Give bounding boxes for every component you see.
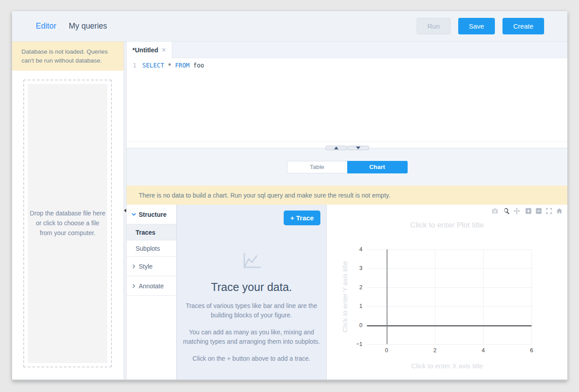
sql-editor[interactable]: 1 SELECT * FROM foo [127, 58, 567, 142]
sidebar-item-structure[interactable]: Structure [127, 205, 176, 224]
y-tick-label: 1 [359, 303, 362, 309]
sidebar-item-annotate[interactable]: Annotate [127, 276, 176, 296]
sidebar-item-label: Style [139, 263, 153, 270]
y-tick-label: 0 [359, 322, 362, 329]
zoom-icon[interactable] [503, 207, 510, 215]
y-axis-title[interactable]: Click to enter Y axis title [341, 249, 349, 344]
plotly-modebar [487, 207, 563, 215]
x-tick-label: 6 [530, 347, 533, 354]
arrow-up-icon [334, 147, 338, 149]
zoom-in-icon[interactable] [525, 207, 532, 215]
app-window: Editor My queries Run Save Create Databa… [12, 11, 567, 380]
gridline-h [367, 306, 532, 307]
main-area: *Untitled × 1 SELECT * FROM foo Table [127, 42, 567, 379]
y-tick-label: 2 [359, 284, 362, 291]
save-button[interactable]: Save [458, 18, 495, 34]
code-line: 1 SELECT * FROM foo [127, 61, 567, 70]
database-dropzone[interactable]: Drop the database file here or click to … [23, 80, 112, 367]
chevron-right-icon [132, 284, 136, 288]
database-sidebar: Database is not loaded. Queries can't be… [12, 42, 123, 379]
sidebar-item-style[interactable]: Style [127, 257, 176, 276]
sql-code: SELECT * FROM foo [136, 61, 204, 70]
sql-operator: * [164, 62, 175, 69]
sidebar-item-label: Annotate [139, 282, 164, 290]
chart-editor-sidebar: Structure Traces Subplots Style [127, 205, 177, 379]
y-tick-label: 4 [359, 246, 362, 253]
gridline-h [367, 249, 532, 250]
x-tick-label: 0 [385, 347, 388, 354]
gridline-v [483, 249, 484, 344]
gridline-h [367, 344, 532, 345]
plot-panel: Click to enter Plot title Click to enter… [327, 205, 567, 379]
plot-area[interactable]: −1012340246 [367, 249, 532, 344]
sidebar-item-label: Subplots [136, 245, 160, 252]
chart-view-button[interactable]: Chart [347, 161, 408, 173]
no-data-warning: There is no data to build a chart. Run y… [127, 185, 567, 205]
gridline-v [435, 249, 435, 344]
empty-state-paragraph: Click on the + button above to add a tra… [179, 354, 324, 363]
splitter-buttons [325, 146, 369, 150]
chevron-down-icon [132, 212, 136, 217]
topbar-buttons: Run Save Create [417, 18, 544, 34]
sidebar-item-label: Structure [139, 211, 166, 218]
view-toggle: Table Chart [287, 161, 408, 173]
gridline-v [532, 249, 532, 344]
sql-keyword: SELECT [142, 62, 164, 69]
pan-icon[interactable] [513, 207, 520, 215]
sql-identifier: foo [190, 62, 204, 69]
tab-close-icon[interactable]: × [162, 46, 166, 54]
sidebar-splitter[interactable] [123, 42, 127, 379]
zeroline-x [387, 249, 387, 344]
gridline-h [367, 287, 532, 288]
expand-editor-button[interactable] [325, 146, 347, 150]
empty-state-paragraph: You can add as many as you like, mixing … [179, 328, 324, 346]
empty-state-paragraph: Traces of various types like bar and lin… [179, 301, 324, 320]
gridline-h [367, 268, 532, 269]
empty-state-title: Trace your data. [177, 281, 326, 294]
y-tick-label: −1 [356, 341, 362, 347]
chevron-right-icon [132, 264, 136, 269]
traces-empty-state: Trace your data. Traces of various types… [177, 252, 326, 363]
table-view-button[interactable]: Table [287, 161, 347, 173]
x-tick-label: 2 [434, 347, 437, 354]
tab-label: *Untitled [132, 46, 158, 54]
line-number: 1 [127, 61, 136, 70]
dropzone-text: Drop the database file here or click to … [29, 209, 106, 238]
editor-results-splitter[interactable] [127, 142, 567, 148]
nav-my-queries[interactable]: My queries [69, 21, 107, 31]
traces-panel: + Trace Trace your data. Traces of vario… [177, 205, 327, 379]
zoom-out-icon[interactable] [535, 207, 542, 215]
collapse-sidebar-icon[interactable] [124, 209, 126, 212]
sidebar-item-subplots[interactable]: Subplots [127, 240, 176, 257]
results-view-band: Table Chart [127, 148, 567, 185]
arrow-down-icon [356, 147, 360, 149]
sidebar-item-traces[interactable]: Traces [127, 224, 176, 240]
sidebar-item-label: Traces [136, 229, 155, 236]
y-tick-label: 3 [359, 265, 362, 271]
line-chart-icon [241, 252, 262, 270]
dropzone-inner[interactable]: Drop the database file here or click to … [28, 84, 107, 363]
nav-editor[interactable]: Editor [36, 21, 56, 31]
x-tick-label: 4 [482, 347, 485, 354]
x-axis-title[interactable]: Click to enter X axis title [327, 362, 567, 370]
home-icon[interactable] [556, 207, 563, 215]
top-bar: Editor My queries Run Save Create [12, 11, 567, 42]
tab-untitled[interactable]: *Untitled × [127, 42, 172, 58]
chart-editor: Structure Traces Subplots Style [127, 205, 567, 379]
plot-title[interactable]: Click to enter Plot title [327, 221, 567, 230]
camera-icon[interactable] [491, 207, 498, 215]
zeroline-y [367, 325, 532, 326]
expand-results-button[interactable] [347, 146, 369, 150]
query-tab-bar: *Untitled × [127, 42, 567, 58]
run-button[interactable]: Run [417, 18, 451, 34]
create-button[interactable]: Create [502, 18, 544, 34]
autoscale-icon[interactable] [545, 207, 553, 215]
database-warning: Database is not loaded. Queries can't be… [12, 42, 123, 71]
add-trace-button[interactable]: + Trace [284, 211, 320, 225]
sql-keyword: FROM [175, 62, 190, 69]
